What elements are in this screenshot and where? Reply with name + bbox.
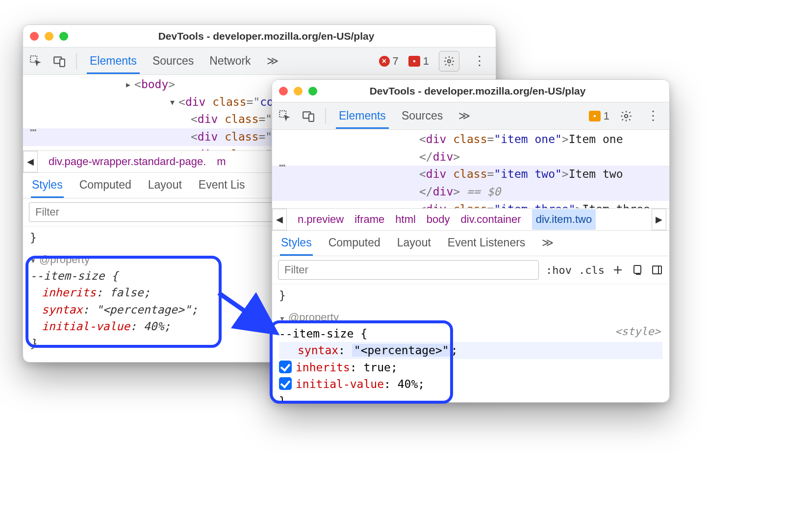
kebab-menu[interactable]: ⋮: [469, 51, 490, 71]
styles-rules[interactable]: } @property <style> --item-size { syntax…: [272, 284, 669, 402]
new-style-rule-icon[interactable]: [611, 264, 624, 276]
styles-panel-tabs: Styles Computed Layout Event Listeners ≫: [272, 231, 669, 256]
breadcrumb-item[interactable]: m: [217, 155, 226, 168]
breadcrumb-scroll-right[interactable]: ▶: [652, 209, 666, 230]
breadcrumb-item[interactable]: div.container: [461, 213, 521, 226]
tab-sources[interactable]: Sources: [150, 48, 197, 74]
styles-filter-row: :hov .cls: [272, 256, 669, 284]
device-toggle-icon[interactable]: [52, 54, 66, 68]
breadcrumb-scroll-left[interactable]: ◀: [272, 209, 287, 230]
subtab-computed[interactable]: Computed: [328, 231, 381, 256]
close-window-button[interactable]: [279, 87, 288, 96]
cls-toggle[interactable]: .cls: [579, 264, 605, 276]
error-icon: ×: [379, 56, 390, 67]
dom-tree[interactable]: ⋯ <div class="item one">Item one </div> …: [272, 130, 669, 208]
tab-elements[interactable]: Elements: [87, 48, 140, 74]
subtab-styles[interactable]: Styles: [31, 173, 64, 198]
maximize-window-button[interactable]: [308, 87, 317, 96]
svg-rect-8: [634, 266, 641, 273]
main-toolbar: Elements Sources Network ≫ × 7 ▪ 1 ⋮: [23, 48, 496, 75]
breadcrumb-scroll-left[interactable]: ◀: [23, 151, 38, 172]
breadcrumb-item[interactable]: n.preview: [298, 213, 344, 226]
svg-rect-2: [60, 59, 65, 66]
svg-point-7: [625, 114, 628, 118]
tabs-more[interactable]: ≫: [456, 103, 473, 129]
toggle-panel-icon[interactable]: [651, 264, 663, 276]
svg-point-3: [448, 60, 451, 63]
breadcrumb-item[interactable]: iframe: [354, 213, 384, 226]
subtab-styles[interactable]: Styles: [280, 231, 313, 256]
subtab-event-listeners[interactable]: Event Lis: [198, 173, 246, 198]
svg-rect-6: [309, 114, 314, 121]
breadcrumb-item-selected[interactable]: div.item.two: [532, 209, 596, 230]
tabs-more[interactable]: ≫: [264, 48, 281, 74]
property-toggle-checkbox[interactable]: [279, 377, 292, 390]
kebab-menu[interactable]: ⋮: [643, 106, 663, 125]
settings-icon[interactable]: [619, 109, 633, 123]
tab-network[interactable]: Network: [206, 48, 253, 74]
subtab-layout[interactable]: Layout: [396, 231, 432, 256]
message-icon: ▪: [589, 111, 601, 121]
window-title: DevTools - developer.mozilla.org/en-US/p…: [73, 30, 459, 42]
svg-rect-9: [653, 266, 661, 274]
ellipsis-icon[interactable]: ⋯: [30, 122, 37, 139]
error-count[interactable]: × 7: [379, 55, 399, 68]
property-toggle-checkbox[interactable]: [279, 361, 292, 373]
settings-button[interactable]: [439, 51, 459, 72]
css-rule[interactable]: --item-size { syntax: "<percentage>"; in…: [279, 325, 662, 403]
breadcrumb-item[interactable]: div.page-wrapper.standard-page.: [49, 155, 206, 168]
devtools-window-front: DevTools - developer.mozilla.org/en-US/p…: [272, 79, 670, 403]
source-link[interactable]: <style>: [615, 323, 660, 339]
message-count[interactable]: ▪ 1: [589, 110, 609, 122]
device-toggle-icon[interactable]: [302, 109, 315, 123]
subtab-layout[interactable]: Layout: [147, 173, 183, 198]
maximize-window-button[interactable]: [59, 32, 68, 41]
ellipsis-icon[interactable]: ⋯: [279, 157, 286, 174]
subtabs-more[interactable]: ≫: [541, 231, 555, 256]
minimize-window-button[interactable]: [294, 87, 303, 96]
issue-count[interactable]: ▪ 1: [408, 55, 429, 68]
inspect-icon[interactable]: [29, 54, 43, 68]
breadcrumb-item[interactable]: html: [395, 213, 416, 226]
subtab-computed[interactable]: Computed: [78, 173, 132, 198]
titlebar: DevTools - developer.mozilla.org/en-US/p…: [272, 80, 669, 102]
copy-styles-icon[interactable]: [631, 264, 644, 276]
tab-elements[interactable]: Elements: [336, 103, 389, 129]
main-toolbar: Elements Sources ≫ ▪ 1 ⋮: [272, 102, 669, 130]
titlebar: DevTools - developer.mozilla.org/en-US/p…: [23, 25, 496, 48]
inspect-icon[interactable]: [278, 109, 292, 123]
minimize-window-button[interactable]: [45, 32, 53, 41]
at-property-section[interactable]: @property: [279, 309, 662, 325]
styles-filter-input[interactable]: [278, 260, 539, 280]
tab-sources[interactable]: Sources: [399, 103, 446, 129]
issue-icon: ▪: [408, 56, 420, 67]
breadcrumb[interactable]: ◀ n.preview iframe html body div.contain…: [272, 208, 669, 231]
hov-toggle[interactable]: :hov: [546, 264, 572, 276]
close-window-button[interactable]: [30, 32, 39, 41]
window-title: DevTools - developer.mozilla.org/en-US/p…: [322, 85, 633, 97]
breadcrumb-item[interactable]: body: [427, 213, 450, 226]
subtab-event-listeners[interactable]: Event Listeners: [447, 231, 527, 256]
